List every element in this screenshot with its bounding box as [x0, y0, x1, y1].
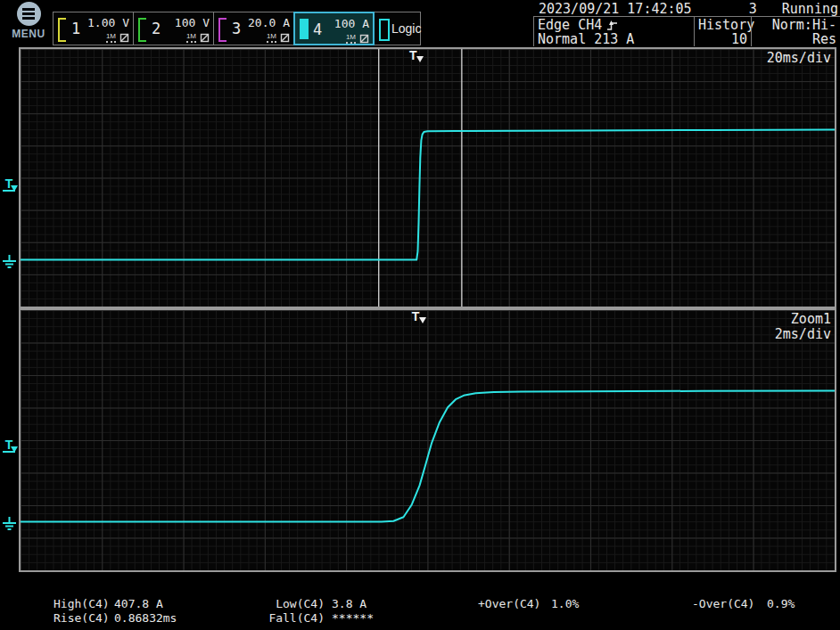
main-trace-svg	[21, 49, 835, 307]
impedance-1m-icon: 1M	[267, 32, 276, 43]
probe-icon	[280, 33, 290, 43]
channel-1-box[interactable]: 1 1.00 V 1M	[53, 12, 134, 45]
channel-1-color-bracket	[58, 18, 66, 42]
zoom-trace-svg	[21, 310, 835, 570]
channel-3-scale: 20.0 A	[248, 16, 290, 29]
channel-4-scale: 100 A	[334, 17, 369, 30]
logic-color-bracket	[379, 19, 390, 41]
trigger-type: Edge CH4	[538, 18, 602, 32]
trigger-settings-box[interactable]: Edge CH4 Normal 213 A	[533, 17, 694, 46]
channel-1-number: 1	[71, 20, 80, 37]
trigger-level-marker-main[interactable]: T	[3, 178, 18, 195]
zoom-timebase-label: 2ms/div	[775, 326, 831, 342]
channel-3-number: 3	[232, 20, 241, 37]
ground-position-marker-zoom[interactable]	[2, 517, 17, 530]
status-area: 2023/09/21 17:42:05 3 Running Edge CH4 N…	[533, 0, 840, 46]
ground-position-marker-main[interactable]	[2, 255, 17, 268]
probe-icon	[119, 33, 129, 43]
impedance-1m-icon: 1M	[186, 32, 196, 43]
channel-2-box[interactable]: 2 100 V 1M	[133, 12, 214, 45]
acquisition-box[interactable]: Norm:Hi-Res 12.5MS/s	[751, 17, 840, 46]
history-count: 10	[698, 32, 747, 46]
record-mode: Norm:Hi-Res	[755, 18, 836, 46]
measurement-nover: -Over(C4)0.9%	[692, 597, 795, 611]
channel-2-color-bracket	[138, 18, 146, 42]
history-box[interactable]: History 10	[694, 17, 751, 46]
main-timebase-label: 20ms/div	[767, 50, 831, 66]
datetime: 2023/09/21 17:42:05	[539, 1, 692, 17]
hamburger-icon	[17, 2, 41, 26]
channel-2-number: 2	[152, 20, 161, 37]
channel-3-color-bracket	[218, 18, 226, 42]
channel-2-scale: 100 V	[175, 16, 210, 29]
menu-label: MENU	[6, 28, 51, 40]
impedance-1m-icon: 1M	[346, 33, 356, 44]
main-waveform-area[interactable]: 20ms/div	[19, 47, 836, 308]
channel-4-color-bracket	[300, 19, 309, 39]
measurement-fall: Fall(C4)******	[264, 611, 374, 626]
run-state: Running	[782, 1, 838, 17]
measurement-high: High(C4)407.8 A	[54, 597, 177, 611]
measurement-pover: +Over(C4)1.0%	[478, 597, 579, 611]
oscilloscope-screen: MENU 1 1.00 V 1M 2 100 V 1M	[0, 0, 840, 630]
zoom-waveform-area[interactable]: Zoom1 2ms/div	[19, 308, 836, 572]
trigger-level-marker-zoom[interactable]: T	[3, 439, 18, 456]
zoom-title-label: Zoom1	[791, 311, 831, 327]
trigger-mode: Normal 213 A	[538, 32, 690, 46]
impedance-1m-icon: 1M	[106, 32, 116, 43]
trigger-position-marker-zoom[interactable]: T	[412, 309, 426, 325]
history-label: History	[698, 18, 747, 32]
channel-4-box[interactable]: 4 100 A 1M	[293, 12, 375, 45]
channel-3-box[interactable]: 3 20.0 A 1M	[213, 12, 294, 45]
waveform-trace-ch4	[21, 391, 835, 522]
channel-bar: 1 1.00 V 1M 2 100 V 1M 3	[54, 12, 421, 45]
acquisition-count: 3	[749, 1, 757, 17]
measurement-low: Low(C4)3.8 A	[264, 597, 374, 611]
channel-1-scale: 1.00 V	[87, 16, 129, 29]
rising-edge-icon	[606, 20, 618, 31]
channel-4-number: 4	[313, 20, 322, 38]
trigger-position-marker-main[interactable]: T	[409, 48, 424, 64]
logic-label: Logic	[391, 21, 421, 36]
menu-button[interactable]: MENU	[6, 2, 51, 40]
waveform-trace-ch4	[21, 130, 835, 260]
probe-icon	[359, 34, 369, 44]
probe-icon	[200, 33, 210, 43]
logic-box[interactable]: Logic	[374, 12, 421, 45]
measurement-rise: Rise(C4)0.86832ms	[54, 611, 177, 626]
